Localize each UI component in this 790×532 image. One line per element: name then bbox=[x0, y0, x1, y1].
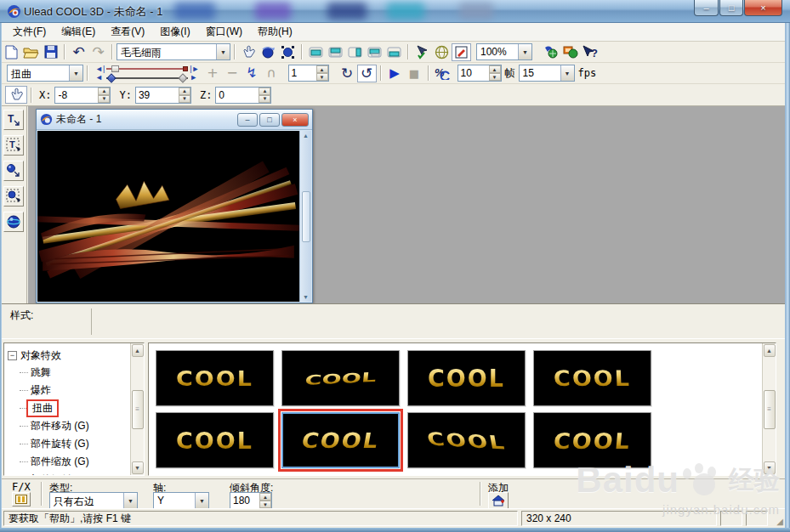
chevron-down-icon[interactable]: ▼ bbox=[216, 44, 230, 59]
render-canvas[interactable] bbox=[37, 131, 299, 302]
spin-up-icon[interactable]: ▲ bbox=[259, 493, 271, 501]
chevron-down-icon[interactable]: ▼ bbox=[123, 493, 137, 508]
chevron-down-icon[interactable]: ▼ bbox=[195, 493, 208, 508]
chevron-down-icon[interactable]: ▼ bbox=[69, 65, 82, 81]
tree-root[interactable]: − 对象特效 bbox=[8, 347, 130, 364]
smooth-path-button[interactable]: ∩ bbox=[262, 65, 281, 82]
view-preset-front-button[interactable] bbox=[326, 43, 345, 61]
collapse-icon[interactable]: − bbox=[8, 351, 17, 360]
z-position-spinner[interactable]: 0 ▲▼ bbox=[215, 87, 271, 104]
pan-tool-button[interactable] bbox=[239, 43, 259, 61]
edit-mode-toggle[interactable] bbox=[452, 43, 471, 61]
new-file-button[interactable] bbox=[2, 43, 21, 61]
effect-preset-combobox[interactable]: 毛毛细雨 ▼ bbox=[117, 43, 230, 60]
pointer-options-button[interactable] bbox=[412, 43, 432, 61]
render-quality-button[interactable]: % bbox=[433, 65, 452, 82]
context-help-button[interactable]: ? bbox=[580, 43, 600, 61]
export-image-button[interactable] bbox=[541, 43, 560, 61]
chevron-down-icon[interactable]: ▼ bbox=[518, 44, 531, 59]
loop-playback-button[interactable]: ↻ bbox=[338, 65, 357, 82]
web-button[interactable] bbox=[432, 43, 452, 61]
scroll-down-icon[interactable]: ▼ bbox=[303, 294, 309, 300]
frame-slider-thumb[interactable] bbox=[111, 65, 119, 72]
fx-button[interactable] bbox=[12, 492, 31, 507]
fps-combobox[interactable]: 15 ▼ bbox=[519, 65, 575, 82]
document-minimize-button[interactable]: – bbox=[237, 113, 258, 127]
frame-slider[interactable] bbox=[106, 65, 188, 71]
open-file-button[interactable] bbox=[21, 43, 41, 61]
spin-down-icon[interactable]: ▼ bbox=[259, 95, 270, 103]
total-frames-spinner[interactable]: 10 ▲▼ bbox=[458, 65, 502, 82]
keyframe-diamond-end[interactable] bbox=[179, 73, 188, 82]
document-scrollbar[interactable]: ▲ ▼ bbox=[299, 131, 311, 302]
object-properties-button[interactable] bbox=[3, 212, 24, 232]
scroll-down-icon[interactable]: ▼ bbox=[764, 461, 776, 474]
add-to-palette-button[interactable] bbox=[488, 492, 509, 509]
insert-text-button[interactable]: T bbox=[3, 110, 24, 130]
tree-item[interactable]: 部件缩放 (G) bbox=[8, 453, 130, 471]
keyframe-diamond-start[interactable] bbox=[107, 73, 117, 82]
scrollbar-thumb[interactable]: ≡ bbox=[764, 390, 776, 429]
cycle-playback-button[interactable]: ↺ bbox=[357, 65, 377, 82]
y-position-spinner[interactable]: 39 ▲▼ bbox=[135, 87, 191, 104]
gallery-scrollbar[interactable]: ▲ ≡ ▼ bbox=[762, 343, 776, 475]
view-preset-side-button[interactable] bbox=[345, 43, 365, 61]
tree-scrollbar[interactable]: ▲ ≡ ▼ bbox=[130, 343, 144, 475]
menu-window[interactable]: 窗口(W) bbox=[198, 22, 250, 42]
undo-button[interactable]: ↶ bbox=[69, 43, 88, 61]
rotate-object-button[interactable] bbox=[259, 43, 278, 61]
type-combobox[interactable]: 只有右边 ▼ bbox=[49, 492, 138, 509]
add-keyframe-button[interactable]: + bbox=[203, 65, 223, 82]
chevron-down-icon[interactable]: ▼ bbox=[560, 65, 574, 81]
spin-up-icon[interactable]: ▲ bbox=[316, 65, 328, 73]
gallery-item[interactable]: COOL bbox=[281, 350, 400, 406]
animation-effect-combobox[interactable]: 扭曲 ▼ bbox=[7, 65, 83, 82]
play-button[interactable]: ▶ bbox=[385, 65, 405, 82]
insert-graphics-button[interactable] bbox=[3, 161, 24, 181]
edit-graphics-button[interactable] bbox=[3, 186, 24, 207]
scroll-up-icon[interactable]: ▲ bbox=[132, 344, 144, 357]
first-frame-button[interactable]: ◄| bbox=[95, 65, 105, 73]
menu-view[interactable]: 查看(V) bbox=[103, 22, 152, 42]
document-title-bar[interactable]: 未命名 - 1 – □ × bbox=[37, 110, 312, 130]
redo-button[interactable]: ↷ bbox=[88, 43, 108, 61]
current-frame-spinner[interactable]: 1 ▲▼ bbox=[288, 65, 329, 82]
x-position-spinner[interactable]: -8 ▲▼ bbox=[54, 87, 111, 104]
spin-down-icon[interactable]: ▼ bbox=[489, 73, 501, 81]
axis-combobox[interactable]: Y ▼ bbox=[153, 492, 209, 509]
scroll-down-icon[interactable]: ▼ bbox=[132, 461, 144, 474]
menu-help[interactable]: 帮助(H) bbox=[250, 22, 300, 42]
gallery-item[interactable]: COOL bbox=[533, 350, 651, 406]
menu-file[interactable]: 文件(F) bbox=[5, 22, 54, 42]
keyframe-track[interactable] bbox=[106, 75, 188, 81]
stop-button[interactable]: ■ bbox=[405, 65, 424, 82]
gallery-item[interactable]: COOL bbox=[533, 412, 651, 468]
gallery-item[interactable]: COOL bbox=[407, 350, 526, 406]
prev-key-button[interactable]: ◄ bbox=[95, 73, 105, 82]
tree-item[interactable]: 跳舞 bbox=[8, 364, 130, 382]
spin-down-icon[interactable]: ▼ bbox=[316, 73, 328, 81]
minimize-button[interactable]: – bbox=[694, 0, 719, 16]
spin-down-icon[interactable]: ▼ bbox=[179, 95, 190, 103]
menu-image[interactable]: 图像(I) bbox=[152, 22, 197, 42]
angle-spinner[interactable]: 180 ▲▼ bbox=[230, 492, 272, 509]
reverse-path-button[interactable]: ↯ bbox=[242, 65, 262, 82]
zoom-combobox[interactable]: 100% ▼ bbox=[476, 43, 532, 60]
resize-grip[interactable]: ◢ bbox=[771, 511, 783, 526]
document-close-button[interactable]: × bbox=[281, 113, 309, 127]
select-object-button[interactable] bbox=[278, 43, 298, 61]
gallery-item[interactable]: COOL bbox=[407, 412, 526, 468]
spin-up-icon[interactable]: ▲ bbox=[259, 88, 270, 95]
scroll-up-icon[interactable]: ▲ bbox=[303, 133, 309, 139]
view-preset-top-button[interactable] bbox=[306, 43, 326, 61]
gallery-item[interactable]: COOL bbox=[281, 412, 400, 468]
close-button[interactable]: × bbox=[744, 0, 782, 16]
scrollbar-thumb[interactable]: ≡ bbox=[132, 390, 144, 429]
save-button[interactable] bbox=[41, 43, 60, 61]
spin-down-icon[interactable]: ▼ bbox=[98, 95, 110, 103]
spin-up-icon[interactable]: ▲ bbox=[489, 65, 501, 73]
remove-keyframe-button[interactable]: − bbox=[223, 65, 242, 82]
tree-item[interactable]: 部件倾斜 (G) bbox=[8, 471, 130, 475]
menu-edit[interactable]: 编辑(E) bbox=[54, 22, 103, 42]
export-animation-button[interactable] bbox=[560, 43, 580, 61]
